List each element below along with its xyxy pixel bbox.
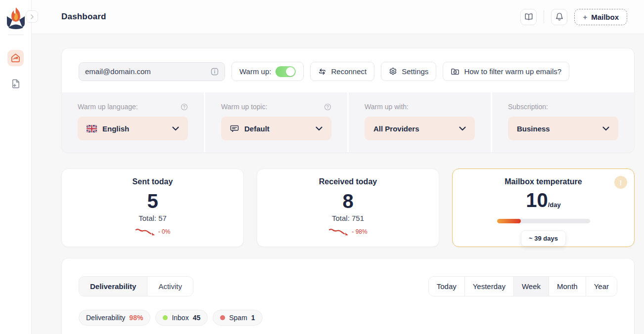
topic-value: Default	[244, 125, 270, 133]
filter-help-button[interactable]: How to filter warm up emails?	[443, 62, 569, 81]
sent-value: 5	[62, 190, 243, 212]
date-range-selector: Today Yesterday Week Month Year	[428, 276, 617, 296]
deliverability-badge[interactable]: Deliverability 98%	[79, 310, 150, 326]
analytics-card: Deliverability Activity Today Yesterday …	[61, 258, 635, 334]
settings-label: Settings	[402, 67, 428, 76]
temperature-progress-bar	[497, 219, 590, 223]
warmup-flame-logo[interactable]	[5, 6, 26, 29]
provider-label: Warm up with:	[365, 103, 409, 111]
file-plus-icon	[10, 79, 21, 89]
notifications-button[interactable]	[551, 9, 567, 25]
docs-button[interactable]	[520, 9, 537, 25]
stats-row: Sent today 5 Total: 57 - 0% Received tod…	[61, 168, 635, 247]
topic-dropdown[interactable]: Default	[221, 117, 331, 140]
red-dot-icon	[220, 315, 225, 320]
range-today[interactable]: Today	[429, 277, 464, 296]
video-folder-icon	[451, 68, 460, 76]
warmup-toggle-group: Warm up:	[231, 62, 304, 81]
analytics-tabs: Deliverability Activity	[79, 276, 193, 296]
page-title: Dashboard	[61, 12, 106, 22]
range-week[interactable]: Week	[513, 277, 549, 296]
book-icon	[524, 13, 533, 21]
top-header: Dashboard + Mailbox	[32, 0, 644, 34]
toggle-knob	[286, 67, 295, 76]
app-window: Dashboard + Mailbox	[0, 0, 644, 334]
mailbox-temperature-card: ! Mailbox temperature 10 /day ~ 39 days	[452, 168, 635, 247]
repeat-icon	[318, 68, 326, 76]
email-input[interactable]	[85, 67, 211, 76]
tab-activity[interactable]: Activity	[147, 277, 193, 296]
received-value: 8	[257, 190, 439, 212]
sidebar-item-dashboard[interactable]	[7, 50, 24, 66]
days-remaining-badge[interactable]: ~ 39 days	[521, 230, 566, 247]
filter-help-label: How to filter warm up emails?	[464, 67, 561, 76]
chevron-down-icon	[316, 126, 322, 131]
reconnect-label: Reconnect	[331, 67, 367, 76]
chat-bubble-icon	[230, 125, 239, 133]
temperature-title: Mailbox temperature	[453, 177, 634, 186]
help-icon[interactable]	[181, 103, 188, 111]
email-field-wrap	[79, 62, 225, 81]
temperature-unit: /day	[548, 201, 561, 209]
sent-total: Total: 57	[62, 214, 243, 222]
sidebar-collapse-button[interactable]	[26, 10, 38, 23]
spam-badge-value: 1	[251, 314, 255, 322]
help-icon[interactable]	[324, 103, 331, 111]
downtrend-sparkline-icon	[135, 227, 156, 236]
sidebar-item-add-file[interactable]	[7, 76, 24, 92]
warmup-toggle[interactable]	[276, 66, 296, 77]
bell-icon	[555, 12, 563, 21]
temperature-progress-fill	[497, 219, 521, 223]
sent-title: Sent today	[62, 177, 243, 186]
settings-button[interactable]: Settings	[381, 62, 436, 81]
warmup-options-row: Warm up language: English	[62, 92, 634, 152]
info-icon[interactable]	[211, 68, 219, 76]
header-divider	[544, 10, 544, 23]
temperature-value: 10	[526, 189, 548, 211]
sent-change: - 0%	[158, 228, 171, 235]
gear-icon	[389, 67, 397, 76]
option-topic: Warm up topic: Default	[204, 92, 347, 152]
reconnect-button[interactable]: Reconnect	[310, 62, 374, 81]
inbox-badge-value: 45	[193, 314, 201, 322]
topic-label: Warm up topic:	[221, 103, 268, 111]
deliverability-badge-label: Deliverability	[86, 314, 125, 322]
sidebar-divider	[8, 35, 24, 35]
language-value: English	[102, 125, 129, 133]
received-total: Total: 751	[257, 214, 439, 222]
received-title: Received today	[257, 177, 439, 186]
range-month[interactable]: Month	[549, 277, 586, 296]
tab-deliverability[interactable]: Deliverability	[79, 277, 147, 296]
sent-today-card: Sent today 5 Total: 57 - 0%	[61, 168, 244, 247]
chevron-down-icon	[459, 126, 466, 131]
mailbox-settings-card: Warm up: Reconnect Settings	[61, 48, 635, 153]
language-dropdown[interactable]: English	[78, 117, 188, 140]
green-dot-icon	[163, 315, 168, 320]
option-subscription: Subscription: Business	[491, 92, 634, 152]
inbox-badge-label: Inbox	[172, 314, 188, 322]
language-label: Warm up language:	[78, 103, 138, 111]
option-provider: Warm up with: All Providers	[347, 92, 491, 152]
provider-value: All Providers	[373, 125, 419, 133]
warmup-label: Warm up:	[239, 67, 271, 76]
inbox-badge[interactable]: Inbox 45	[155, 310, 208, 326]
warning-icon[interactable]: !	[614, 176, 627, 189]
spam-badge-label: Spam	[229, 314, 247, 322]
header-actions: + Mailbox	[520, 9, 627, 25]
received-today-card: Received today 8 Total: 751 - 98%	[257, 168, 439, 247]
received-change: - 98%	[352, 228, 367, 235]
chevron-down-icon	[602, 126, 609, 131]
uk-flag-icon	[87, 125, 97, 132]
range-yesterday[interactable]: Yesterday	[464, 277, 513, 296]
add-mailbox-button[interactable]: + Mailbox	[574, 9, 627, 25]
chevron-right-icon	[30, 14, 35, 19]
legend-badges: Deliverability 98% Inbox 45 Spam 1	[79, 310, 617, 326]
deliverability-badge-value: 98%	[129, 314, 143, 322]
spam-badge[interactable]: Spam 1	[213, 310, 262, 326]
content: Warm up: Reconnect Settings	[32, 34, 644, 334]
provider-dropdown[interactable]: All Providers	[365, 117, 475, 140]
sidebar	[0, 0, 32, 334]
subscription-dropdown[interactable]: Business	[508, 117, 618, 140]
option-language: Warm up language: English	[62, 92, 204, 152]
range-year[interactable]: Year	[586, 277, 617, 296]
